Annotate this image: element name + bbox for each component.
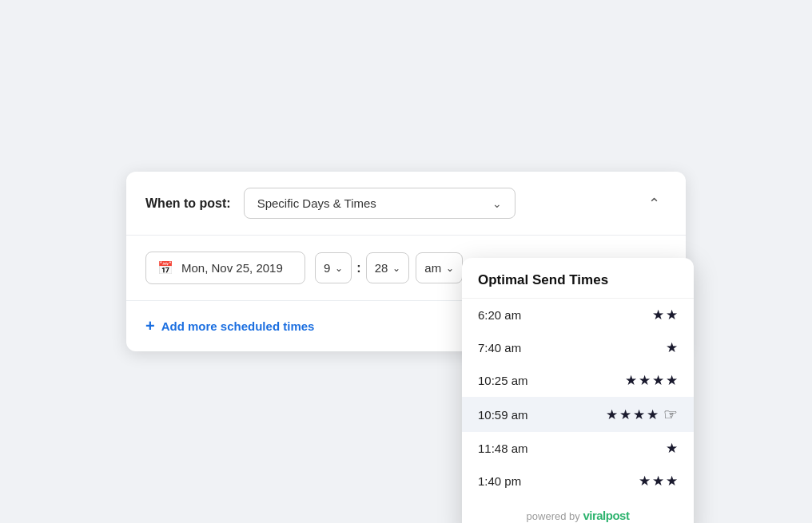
star-icon: ★ (652, 307, 664, 323)
optimal-panel: Optimal Send Times 6:20 am★★7:40 am★10:2… (462, 258, 694, 523)
optimal-time-row[interactable]: 7:40 am★ (462, 331, 694, 364)
star-icon: ★ (666, 339, 678, 356)
star-icon: ★ (666, 440, 678, 457)
date-value: Mon, Nov 25, 2019 (181, 261, 283, 275)
star-icon: ★ (625, 372, 637, 389)
star-icon: ★ (619, 406, 631, 423)
minute-chevron-icon: ⌄ (392, 263, 400, 274)
optimal-time-value: 10:59 am (478, 408, 528, 422)
viralpost-brand: viralpost (583, 509, 629, 522)
star-icon: ★ (666, 473, 678, 489)
star-rating: ★★★ (639, 473, 678, 489)
star-icon: ★ (639, 372, 651, 389)
calendar-icon: 📅 (157, 260, 173, 275)
schedule-type-dropdown[interactable]: Specific Days & Times ⌄ (244, 188, 515, 219)
optimal-times-list: 6:20 am★★7:40 am★10:25 am★★★★10:59 am★★★… (462, 299, 694, 497)
optimal-time-row[interactable]: 10:59 am★★★★☞ (462, 397, 694, 432)
optimal-time-value: 7:40 am (478, 341, 521, 355)
optimal-time-value: 1:40 pm (478, 474, 521, 488)
when-to-post-label: When to post: (145, 196, 231, 211)
add-more-button[interactable]: + Add more scheduled times (145, 317, 314, 335)
cursor-icon: ☞ (663, 405, 678, 424)
optimal-time-row[interactable]: 6:20 am★★ (462, 299, 694, 331)
ampm-value: am (424, 261, 441, 275)
hour-value: 9 (324, 261, 330, 275)
star-rating: ★ (666, 440, 678, 457)
collapse-button[interactable]: ⌃ (642, 192, 667, 216)
star-icon: ★ (652, 372, 664, 389)
star-rating: ★★★★☞ (606, 405, 678, 424)
minute-dropdown[interactable]: 28 ⌄ (366, 252, 410, 283)
star-icon: ★ (666, 307, 678, 323)
star-icon: ★ (652, 473, 664, 489)
star-rating: ★ (666, 339, 678, 356)
optimal-time-value: 10:25 am (478, 374, 528, 387)
optimal-time-row[interactable]: 11:48 am★ (462, 432, 694, 465)
star-icon: ★ (606, 406, 618, 423)
optimal-time-value: 6:20 am (478, 308, 521, 322)
date-picker[interactable]: 📅 Mon, Nov 25, 2019 (145, 252, 305, 284)
minute-value: 28 (375, 261, 388, 275)
plus-icon: + (145, 317, 155, 335)
time-selects: 9 ⌄ : 28 ⌄ am ⌄ (315, 252, 463, 283)
when-to-post-row: When to post: Specific Days & Times ⌄ ⌃ (126, 172, 686, 236)
star-icon: ★ (666, 372, 678, 389)
chevron-up-icon: ⌃ (648, 196, 660, 212)
time-colon: : (356, 261, 360, 275)
ampm-dropdown[interactable]: am ⌄ (416, 252, 463, 283)
main-card: When to post: Specific Days & Times ⌄ ⌃ … (126, 172, 686, 351)
ampm-chevron-icon: ⌄ (446, 263, 454, 274)
powered-by-label: powered by (527, 510, 580, 522)
star-icon: ★ (647, 406, 659, 423)
dropdown-value: Specific Days & Times (257, 196, 376, 210)
star-icon: ★ (639, 473, 651, 489)
optimal-time-row[interactable]: 1:40 pm★★★ (462, 465, 694, 497)
add-more-label: Add more scheduled times (161, 319, 315, 333)
chevron-down-icon: ⌄ (492, 197, 502, 210)
optimal-time-value: 11:48 am (478, 442, 528, 455)
optimal-time-row[interactable]: 10:25 am★★★★ (462, 364, 694, 397)
hour-dropdown[interactable]: 9 ⌄ (315, 252, 352, 283)
optimal-panel-title: Optimal Send Times (462, 258, 694, 299)
hour-chevron-icon: ⌄ (335, 263, 343, 274)
star-icon: ★ (633, 406, 645, 423)
powered-by-section: powered by viralpost (462, 497, 694, 523)
star-rating: ★★★★ (625, 372, 678, 389)
star-rating: ★★ (652, 307, 678, 323)
